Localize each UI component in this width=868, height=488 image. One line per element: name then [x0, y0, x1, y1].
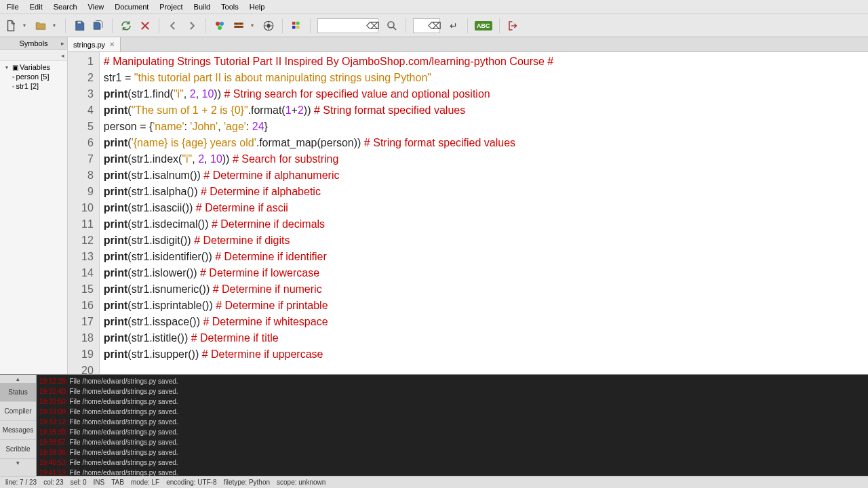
svg-rect-0: [77, 21, 81, 24]
sidebar-header-label: Symbols: [19, 39, 47, 47]
sidebar-item-label: person [5]: [16, 73, 50, 81]
run-icon[interactable]: [262, 19, 275, 33]
save-all-icon[interactable]: [92, 19, 105, 33]
var-icon: ◦: [12, 73, 15, 81]
sidebar-tree: ▾ ▣ Variables ◦ person [5] ◦ str1 [2]: [0, 61, 67, 92]
bottom-panel-tabs: ▴ Status Compiler Messages Scribble ▾: [0, 375, 37, 476]
color-picker-icon[interactable]: [290, 19, 303, 33]
sidebar: Symbols ▸ ◂ ▾ ▣ Variables ◦ person [5] ◦…: [0, 37, 68, 374]
tree-expand-icon: ▾: [5, 64, 11, 70]
tab-strings-py[interactable]: strings.py ✕: [68, 37, 121, 52]
sidebar-variables-root[interactable]: ▾ ▣ Variables: [0, 62, 67, 72]
sidebar-mini-bar[interactable]: ◂: [0, 50, 67, 61]
menu-view[interactable]: View: [84, 1, 108, 12]
svg-point-2: [220, 22, 224, 26]
status-line: line: 7 / 23: [5, 479, 37, 486]
close-icon[interactable]: [138, 19, 152, 33]
svg-rect-7: [296, 22, 300, 25]
new-file-dropdown-icon[interactable]: ▾: [23, 22, 28, 28]
menu-document[interactable]: Document: [111, 1, 153, 12]
tab-compiler[interactable]: Compiler: [0, 402, 36, 421]
new-file-icon[interactable]: [4, 19, 18, 33]
code-editor[interactable]: # Manipulating Strings Tutorial Part II …: [100, 52, 868, 374]
status-encoding[interactable]: encoding: UTF-8: [166, 479, 216, 486]
exit-icon[interactable]: [507, 19, 520, 33]
abc-badge[interactable]: ABC: [475, 21, 492, 30]
sidebar-root-label: Variables: [20, 63, 50, 71]
status-col: col: 23: [43, 479, 63, 486]
sidebar-item-person[interactable]: ◦ person [5]: [0, 72, 67, 81]
back-icon[interactable]: [166, 19, 180, 33]
open-file-dropdown-icon[interactable]: ▾: [53, 22, 58, 28]
menu-search[interactable]: Search: [50, 1, 81, 12]
svg-point-3: [218, 26, 222, 30]
tab-close-icon[interactable]: ✕: [109, 41, 115, 48]
sidebar-item-str1[interactable]: ◦ str1 [2]: [0, 81, 67, 91]
tab-messages[interactable]: Messages: [0, 421, 36, 440]
status-filetype[interactable]: filetype: Python: [224, 479, 270, 486]
status-log[interactable]: 19:32:28: File /home/edward/strings.py s…: [37, 375, 868, 476]
menubar: File Edit Search View Document Project B…: [0, 0, 868, 14]
tab-scribble[interactable]: Scribble: [0, 440, 36, 459]
editor-tabs: strings.py ✕: [68, 37, 868, 52]
status-sel: sel: 0: [71, 479, 87, 486]
svg-rect-8: [292, 26, 296, 29]
sidebar-header-arrow-icon[interactable]: ▸: [61, 40, 64, 47]
menu-file[interactable]: File: [3, 1, 23, 12]
svg-point-10: [388, 22, 394, 28]
clear-goto-icon[interactable]: ⌫: [428, 19, 441, 33]
save-icon[interactable]: [73, 19, 86, 33]
menu-tools[interactable]: Tools: [217, 1, 243, 12]
status-ins[interactable]: INS: [94, 479, 105, 486]
build-icon[interactable]: [232, 19, 245, 33]
status-tab[interactable]: TAB: [111, 479, 124, 486]
search-icon[interactable]: [385, 19, 399, 33]
menu-project[interactable]: Project: [155, 1, 186, 12]
sidebar-header[interactable]: Symbols ▸: [0, 37, 67, 50]
svg-rect-9: [296, 26, 300, 29]
svg-point-1: [216, 22, 220, 26]
sidebar-item-label: str1 [2]: [16, 82, 39, 90]
panel-scroll-down-icon[interactable]: ▾: [0, 459, 36, 467]
menu-build[interactable]: Build: [190, 1, 214, 12]
open-file-icon[interactable]: [34, 19, 47, 33]
reload-icon[interactable]: [119, 19, 133, 33]
svg-point-5: [267, 24, 271, 27]
line-gutter: 1234567891011121314151617181920: [68, 52, 100, 374]
goto-icon[interactable]: ↵: [447, 19, 460, 33]
statusbar: line: 7 / 23 col: 23 sel: 0 INS TAB mode…: [0, 476, 868, 488]
tab-status[interactable]: Status: [0, 383, 36, 402]
status-mode[interactable]: mode: LF: [131, 479, 159, 486]
forward-icon[interactable]: [185, 19, 199, 33]
tab-label: strings.py: [73, 41, 105, 49]
status-scope: scope: unknown: [277, 479, 326, 486]
menu-edit[interactable]: Edit: [26, 1, 47, 12]
menu-help[interactable]: Help: [245, 1, 269, 12]
bottom-panel: ▴ Status Compiler Messages Scribble ▾ 19…: [0, 374, 868, 476]
folder-icon: ▣: [12, 64, 18, 71]
var-icon: ◦: [12, 83, 15, 90]
compile-icon[interactable]: [213, 19, 226, 33]
build-dropdown-icon[interactable]: ▾: [251, 22, 256, 28]
toolbar: ▾ ▾ ▾ ⌫ ⌫ ↵ ABC: [0, 14, 868, 37]
panel-scroll-up-icon[interactable]: ▴: [0, 375, 36, 383]
svg-rect-6: [292, 22, 296, 25]
clear-search-icon[interactable]: ⌫: [366, 19, 380, 33]
